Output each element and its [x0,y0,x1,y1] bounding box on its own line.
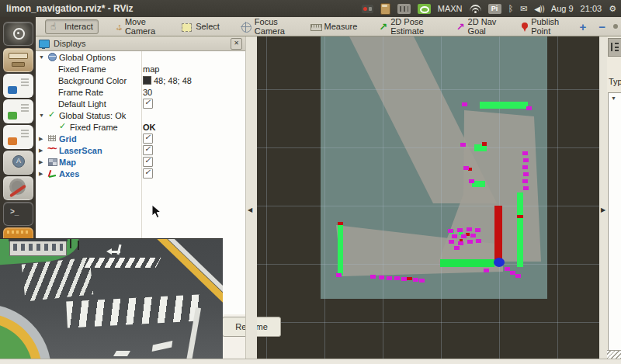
resize-handle[interactable] [607,350,621,359]
views-panel-partial: Type [607,36,621,359]
displays-row[interactable]: ▼Global Options [36,51,245,63]
expander-icon[interactable]: ▶ [39,147,47,154]
tool-label: Interact [64,22,93,31]
grid-line [256,89,599,90]
launcher-item-files[interactable] [3,48,33,72]
laserscan-hit-magenta [370,275,376,279]
laserscan-hit-magenta [484,269,489,272]
miniature-building [9,238,67,256]
volume-icon[interactable]: ◀)) [534,5,544,13]
right-splitter[interactable]: ▶ [599,36,607,359]
remove-tool-button[interactable]: − [598,20,605,33]
move-camera-tool-button[interactable]: Move Camera [109,15,166,38]
nvidia-icon[interactable] [418,4,431,14]
property-value: OK [143,123,156,132]
laserscan-hit-magenta [523,186,529,190]
crosshair-icon [241,23,252,33]
clipboard-icon[interactable] [380,3,390,15]
laserscan-hit-red [338,222,343,225]
displays-panel-titlebar[interactable]: Displays ✕ [36,36,245,51]
screen-record-icon[interactable] [362,5,373,13]
clock-time[interactable]: 21:03 [581,4,602,13]
launcher-item-calc[interactable] [3,99,33,123]
property-label: LaserScan [59,146,102,155]
grid-line [383,36,383,359]
launcher-item-impress[interactable] [3,125,33,149]
green-arrow-icon: ↗ [379,22,387,32]
focus-camera-tool-button[interactable]: Focus Camera [236,15,294,38]
checkbox[interactable] [143,157,153,167]
launcher-item-terminal[interactable] [3,202,33,226]
displays-row[interactable]: Background Color48; 48; 48 [36,75,245,86]
checkbox[interactable] [143,168,153,179]
checkbox[interactable] [143,133,153,144]
displays-row[interactable]: Default Light [36,98,245,109]
close-panel-button[interactable]: ✕ [231,38,242,50]
property-value: 48; 48; 48 [143,76,192,85]
menubar: limon_navigation.rviz* - RViz MAXN Pi ᛒ … [0,0,621,17]
color-swatch [143,76,151,85]
crosswalk-diagonal [22,258,94,302]
displays-row[interactable]: ▶Map [36,156,245,168]
checkbox[interactable] [143,99,153,109]
collapse-right-arrow-icon[interactable]: ▶ [601,206,605,213]
launcher-item-software[interactable] [3,151,33,175]
displays-row[interactable]: ▶Axes [36,168,245,179]
displays-row[interactable]: Fixed Framemap [36,63,245,75]
expander-icon[interactable]: ▶ [39,171,47,177]
launcher-item-dash[interactable] [3,22,33,46]
expander-icon[interactable]: ▼ [39,113,47,118]
select-tool-button[interactable]: Select [176,19,225,34]
laserscan-hit-magenta [463,166,469,170]
laserscan-hit-magenta [475,228,480,232]
property-label: Map [59,158,76,167]
globe-icon [47,53,59,61]
render-viewport[interactable] [256,36,599,359]
expander-icon[interactable]: ▼ [39,54,47,60]
add-tool-button[interactable]: + [579,20,586,33]
laserscan-hit-magenta [458,241,463,245]
publish-point-tool-button[interactable]: Publish Point [515,15,568,38]
tool-label: Move Camera [125,17,160,36]
property-value: map [143,64,159,74]
launcher-item-writer[interactable] [3,74,33,98]
expander-icon[interactable]: ▶ [39,136,47,142]
property-label: Default Light [58,99,106,109]
displays-row[interactable]: Fixed FrameOK [36,121,245,133]
laserscan-hit-magenta [505,267,510,271]
tool-label: Publish Point [531,17,563,36]
mail-icon[interactable]: ✉ [520,4,527,14]
mouse-cursor [151,204,161,219]
clock-date[interactable]: Aug 9 [551,4,574,13]
pose-estimate-tool-button[interactable]: ↗ 2D Pose Estimate [373,15,439,38]
laserscan-hit-red [482,142,487,146]
left-splitter[interactable]: ◀ [245,36,257,359]
displays-row[interactable]: ▶Grid [36,133,245,144]
launcher-item-settings[interactable] [3,176,33,200]
displays-row[interactable]: ▼Global Status: Ok [36,109,245,121]
laserscan-hit-magenta [467,227,472,231]
view-type-listbox[interactable] [608,92,621,352]
tool-label: Measure [324,22,358,31]
wifi-icon[interactable] [470,5,481,13]
displays-row[interactable]: Frame Rate30 [36,86,245,98]
property-label: Fixed Frame [70,123,118,132]
property-label: Global Status: Ok [59,111,126,120]
ruler-icon [310,24,322,31]
lane-dash [113,351,130,356]
collapse-left-arrow-icon[interactable]: ◀ [248,206,252,213]
bluetooth-icon[interactable]: ᛒ [508,4,514,14]
session-gear-icon[interactable]: ⚙ [609,4,616,14]
displays-row[interactable]: ▶LaserScan [36,144,245,156]
panel-tab-icon[interactable] [608,38,621,57]
pi-indicator[interactable]: Pi [488,4,501,14]
laserscan-hit-magenta [419,279,425,283]
expander-icon[interactable]: ▶ [39,159,47,165]
laserscan-hit-magenta [461,234,467,238]
keyboard-indicator-icon[interactable] [397,4,411,14]
measure-tool-button[interactable]: Measure [305,19,363,34]
nav-goal-tool-button[interactable]: ↗ 2D Nav Goal [451,15,504,38]
interact-tool-button[interactable]: ☝ Interact [45,19,99,34]
checkbox[interactable] [143,145,153,155]
overflow-icon[interactable] [613,24,618,29]
